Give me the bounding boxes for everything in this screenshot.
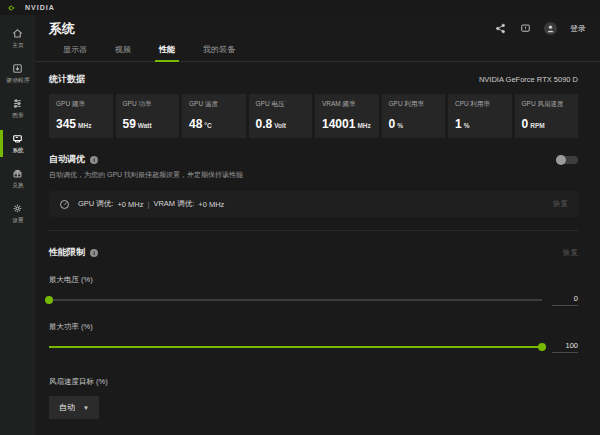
stat-unit: MHz [357,122,370,129]
settings-icon [12,202,24,214]
stat-card-gpu-voltage: GPU 电压 0.8Volt [249,94,313,138]
stat-card-gpu-util: GPU 利用率 0% [382,94,446,138]
stat-card-gpu-clock: GPU 频率 345MHz [49,94,113,138]
vram-tune-label: VRAM 调优: [153,199,194,209]
stat-unit: % [397,122,403,129]
slider-thumb[interactable] [538,343,546,351]
tab-performance[interactable]: 性能 [145,44,189,61]
gauge-icon [59,199,70,210]
performance-limits-header: 性能限制 恢复 [49,246,578,259]
stat-label: GPU 功率 [123,100,174,109]
feedback-icon[interactable] [519,23,531,35]
sidebar-item-label: 系统 [12,146,23,155]
stat-value: 345 [56,117,76,131]
stat-unit: Watt [138,122,152,129]
performance-limits-restore-button[interactable]: 恢复 [563,248,578,258]
gpu-name: NVIDIA GeForce RTX 5090 D [479,75,578,84]
content: 统计数据 NVIDIA GeForce RTX 5090 D GPU 频率 34… [35,73,600,419]
nvidia-app-window: NVIDIA 主页 驱动程序 图形 系统 [0,0,600,435]
section-divider [49,230,578,231]
login-button[interactable]: 登录 [570,23,586,34]
header-actions: 登录 [494,22,586,35]
info-icon[interactable] [90,249,98,257]
auto-tune-header: 自动调优 [49,153,578,166]
performance-limits-title: 性能限制 [49,246,85,259]
stat-label: GPU 风扇速度 [522,100,573,109]
max-voltage-label: 最大电压 (%) [49,275,578,285]
max-voltage-row: 0 [49,294,578,306]
auto-tune-restore-button[interactable]: 恢复 [553,199,568,209]
stat-value: 0 [389,117,396,131]
system-icon [12,132,24,144]
fan-speed-dropdown[interactable]: 自动 ▼ [49,396,99,419]
max-power-label: 最大功率 (%) [49,322,578,332]
gpu-tune-label: GPU 调优: [78,199,113,209]
chevron-down-icon: ▼ [83,405,89,411]
gpu-tune-value: +0 MHz [117,200,143,209]
sidebar-item-system[interactable]: 系统 [0,126,35,161]
tab-display[interactable]: 显示器 [49,44,101,61]
stat-card-gpu-power: GPU 功率 59Watt [116,94,180,138]
graphics-icon [12,97,24,109]
sidebar-item-label: 驱动程序 [6,76,29,85]
tune-separator: | [147,200,149,209]
stat-card-vram-clock: VRAM 频率 14001MHz [315,94,379,138]
fan-speed-selected: 自动 [59,402,75,413]
stat-unit: °C [204,122,211,129]
stat-unit: Volt [274,122,286,129]
max-power-value-field[interactable]: 100 [552,341,578,353]
slider-thumb[interactable] [45,296,53,304]
stat-label: GPU 利用率 [389,100,440,109]
stat-card-gpu-temp: GPU 温度 48°C [182,94,246,138]
home-icon [12,27,24,39]
tune-summary-row: GPU 调优: +0 MHz | VRAM 调优: +0 MHz 恢复 [49,191,578,217]
stat-value: 0 [522,117,529,131]
stat-value: 48 [189,117,202,131]
toggle-knob [556,155,566,165]
stat-unit: % [464,122,470,129]
tabbar: 显示器 视频 性能 我的装备 [35,42,600,62]
max-voltage-slider[interactable] [49,295,542,305]
stat-cards: GPU 频率 345MHz GPU 功率 59Watt GPU 温度 48°C … [49,94,578,138]
stat-label: VRAM 频率 [322,100,373,109]
tab-my-rig[interactable]: 我的装备 [189,44,249,61]
stat-unit: RPM [530,122,544,129]
auto-tune-description: 自动调优，为您的 GPU 找到最佳超频设置，并定期保持该性能 [49,170,578,180]
stat-unit: MHz [78,122,91,129]
max-voltage-value-field[interactable]: 0 [552,294,578,306]
stat-label: GPU 频率 [56,100,107,109]
stat-card-fan-speed: GPU 风扇速度 0RPM [515,94,579,138]
vram-tune-value: +0 MHz [198,200,224,209]
stats-header: 统计数据 NVIDIA GeForce RTX 5090 D [49,73,578,86]
tab-video[interactable]: 视频 [101,44,145,61]
auto-tune-title: 自动调优 [49,153,85,166]
sidebar-item-home[interactable]: 主页 [0,21,35,56]
sidebar-item-graphics[interactable]: 图形 [0,91,35,126]
max-power-row: 100 [49,341,578,353]
sidebar-item-settings[interactable]: 设置 [0,196,35,231]
slider-track[interactable] [49,299,542,301]
sidebar-item-drivers[interactable]: 驱动程序 [0,56,35,91]
tune-values: GPU 调优: +0 MHz | VRAM 调优: +0 MHz [78,199,224,209]
sidebar-item-label: 设置 [12,216,23,225]
auto-tune-toggle[interactable] [556,155,578,165]
sidebar-item-label: 主页 [12,41,23,50]
nvidia-logo-icon [8,4,19,12]
max-power-slider[interactable] [49,342,542,352]
share-icon[interactable] [494,23,506,35]
stats-title: 统计数据 [49,73,85,86]
driver-icon [12,62,24,74]
info-icon[interactable] [90,156,98,164]
page-title: 系统 [49,20,75,38]
stat-value: 59 [123,117,136,131]
stat-value: 1 [455,117,462,131]
sidebar: 主页 驱动程序 图形 系统 兑换 [0,15,35,435]
stat-value: 14001 [322,117,355,131]
app-title: NVIDIA [25,4,55,11]
main-panel: 系统 登录 [35,15,600,435]
avatar[interactable] [544,22,557,35]
sidebar-item-label: 图形 [12,111,23,120]
sidebar-item-redeem[interactable]: 兑换 [0,161,35,196]
redeem-icon [12,167,24,179]
sidebar-item-label: 兑换 [12,181,23,190]
